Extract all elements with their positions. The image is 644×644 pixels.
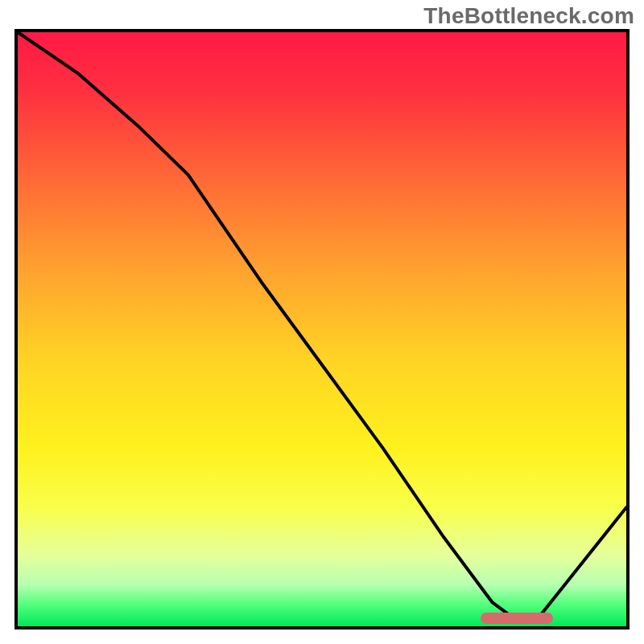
optimal-range-marker [481,613,554,624]
plot-area [14,29,630,630]
chart-frame: { "watermark": "TheBottleneck.com", "cha… [0,0,644,644]
watermark-text: TheBottleneck.com [423,3,634,29]
bottleneck-curve [18,32,626,626]
